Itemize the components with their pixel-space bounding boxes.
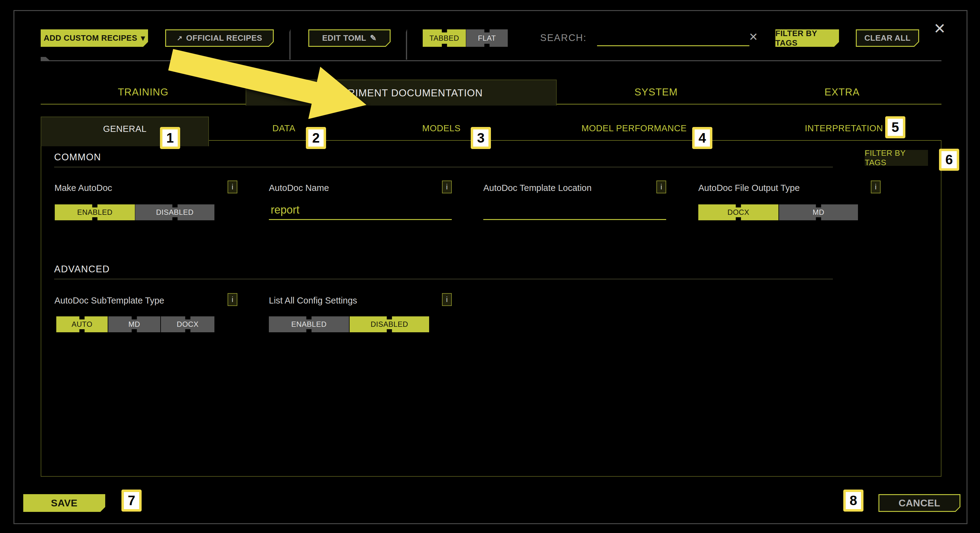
tab-extra[interactable]: EXTRA: [756, 80, 929, 104]
make-autodoc-disabled-label: DISABLED: [156, 208, 194, 216]
subtab-interpretation-label: INTERPRETATION: [805, 123, 883, 134]
info-icon[interactable]: i: [442, 181, 452, 193]
autodoc-name-input[interactable]: [269, 201, 452, 220]
content-filter-by-tags-button[interactable]: FILTER BY TAGS: [865, 150, 928, 166]
subtab-models-label: MODELS: [422, 123, 460, 134]
tab-training-label: TRAINING: [118, 86, 169, 98]
subtab-data[interactable]: DATA: [209, 116, 359, 140]
tab-experiment-documentation[interactable]: EXPERIMENT DOCUMENTATION: [246, 80, 557, 105]
field-label-make-autodoc: Make AutoDoc: [54, 183, 112, 193]
toolbar-divider: [406, 29, 407, 60]
section-rule: [54, 279, 833, 279]
make-autodoc-enabled-label: ENABLED: [77, 208, 113, 216]
subtab-general-label: GENERAL: [103, 124, 146, 134]
view-toggle-flat-label: FLAT: [478, 34, 496, 43]
annotation-badge-2: 2: [306, 127, 326, 149]
field-label-autodoc-subtemplate-type: AutoDoc SubTemplate Type: [54, 296, 164, 305]
list-all-config-enabled-label: ENABLED: [291, 320, 327, 329]
subtemplate-auto-label: AUTO: [72, 320, 92, 329]
official-recipes-label: OFFICIAL RECIPES: [186, 33, 262, 43]
subtab-data-label: DATA: [272, 123, 295, 134]
section-title-advanced: ADVANCED: [54, 264, 110, 275]
annotation-badge-3: 3: [471, 127, 491, 149]
view-toggle-tabbed[interactable]: TABBED: [423, 29, 466, 47]
subtab-model-performance-label: MODEL PERFORMANCE: [581, 123, 687, 134]
tab-system[interactable]: SYSTEM: [557, 80, 756, 104]
tab-experiment-documentation-label: EXPERIMENT DOCUMENTATION: [320, 87, 483, 99]
info-icon[interactable]: i: [442, 293, 452, 306]
subtemplate-md-label: MD: [129, 320, 140, 329]
subtab-interpretation[interactable]: INTERPRETATION: [744, 116, 943, 140]
annotation-badge-8: 8: [843, 490, 864, 512]
field-label-autodoc-file-output-type: AutoDoc File Output Type: [698, 183, 800, 193]
subtemplate-md[interactable]: MD: [108, 317, 160, 332]
section-rule: [54, 167, 833, 167]
annotation-badge-6: 6: [939, 149, 959, 171]
toolbar-divider: [290, 29, 291, 60]
save-button-label: SAVE: [51, 498, 78, 509]
toolbar-rule: [41, 60, 942, 61]
cancel-button[interactable]: CANCEL: [878, 494, 961, 512]
caret-down-icon: ▾: [141, 33, 145, 43]
file-output-docx-label: DOCX: [727, 208, 749, 216]
settings-screen: ADD CUSTOM RECIPES ▾ ↗ OFFICIAL RECIPES …: [0, 0, 980, 533]
make-autodoc-disabled[interactable]: DISABLED: [135, 204, 215, 220]
subtab-general[interactable]: GENERAL: [41, 116, 209, 146]
subtab-models[interactable]: MODELS: [359, 116, 524, 140]
search-label: SEARCH:: [540, 32, 587, 43]
clear-all-label: CLEAR ALL: [864, 33, 910, 43]
list-all-config-disabled-label: DISABLED: [371, 320, 408, 329]
annotation-badge-7: 7: [121, 490, 142, 512]
annotation-badge-4: 4: [692, 127, 713, 149]
external-arrow-icon: ↗: [177, 34, 183, 42]
filter-by-tags-label: FILTER BY TAGS: [775, 29, 839, 48]
official-recipes-button[interactable]: ↗ OFFICIAL RECIPES: [165, 29, 274, 47]
file-output-md[interactable]: MD: [779, 204, 858, 220]
search-input[interactable]: [597, 30, 749, 46]
list-all-config-disabled[interactable]: DISABLED: [350, 317, 429, 332]
annotation-badge-5: 5: [885, 116, 905, 138]
info-icon[interactable]: i: [228, 293, 237, 306]
pencil-icon: ✎: [370, 33, 377, 43]
add-custom-recipes-label: ADD CUSTOM RECIPES: [44, 33, 137, 43]
view-toggle-tabbed-label: TABBED: [430, 34, 459, 43]
field-label-list-all-config-settings: List All Config Settings: [269, 296, 357, 305]
field-label-autodoc-name: AutoDoc Name: [269, 183, 329, 193]
file-output-md-label: MD: [813, 208, 824, 216]
content-filter-by-tags-label: FILTER BY TAGS: [865, 148, 928, 167]
subtemplate-auto[interactable]: AUTO: [56, 317, 108, 332]
field-label-autodoc-template-location: AutoDoc Template Location: [483, 183, 592, 193]
clear-all-button[interactable]: CLEAR ALL: [856, 29, 919, 47]
make-autodoc-enabled[interactable]: ENABLED: [55, 204, 135, 220]
info-icon[interactable]: i: [228, 181, 237, 193]
search-clear-icon[interactable]: ✕: [749, 30, 758, 43]
add-custom-recipes-button[interactable]: ADD CUSTOM RECIPES ▾: [41, 29, 148, 47]
tab-extra-label: EXTRA: [824, 86, 859, 98]
edit-toml-button[interactable]: EDIT TOML ✎: [308, 29, 391, 47]
info-icon[interactable]: i: [871, 181, 881, 193]
autodoc-template-location-input[interactable]: [483, 201, 666, 220]
file-output-docx[interactable]: DOCX: [698, 204, 778, 220]
subtemplate-docx-label: DOCX: [177, 320, 199, 329]
save-button[interactable]: SAVE: [23, 494, 105, 512]
info-icon[interactable]: i: [656, 181, 666, 193]
tab-system-label: SYSTEM: [634, 86, 678, 98]
filter-by-tags-button[interactable]: FILTER BY TAGS: [775, 29, 839, 47]
view-toggle-flat[interactable]: FLAT: [466, 29, 508, 47]
edit-toml-label: EDIT TOML: [322, 33, 366, 43]
list-all-config-enabled[interactable]: ENABLED: [269, 317, 349, 332]
annotation-badge-1: 1: [160, 127, 180, 149]
section-title-common: COMMON: [54, 152, 101, 163]
subtemplate-docx[interactable]: DOCX: [161, 317, 215, 332]
cancel-button-label: CANCEL: [899, 498, 940, 509]
close-icon[interactable]: ✕: [934, 21, 946, 36]
tab-training[interactable]: TRAINING: [41, 80, 246, 104]
